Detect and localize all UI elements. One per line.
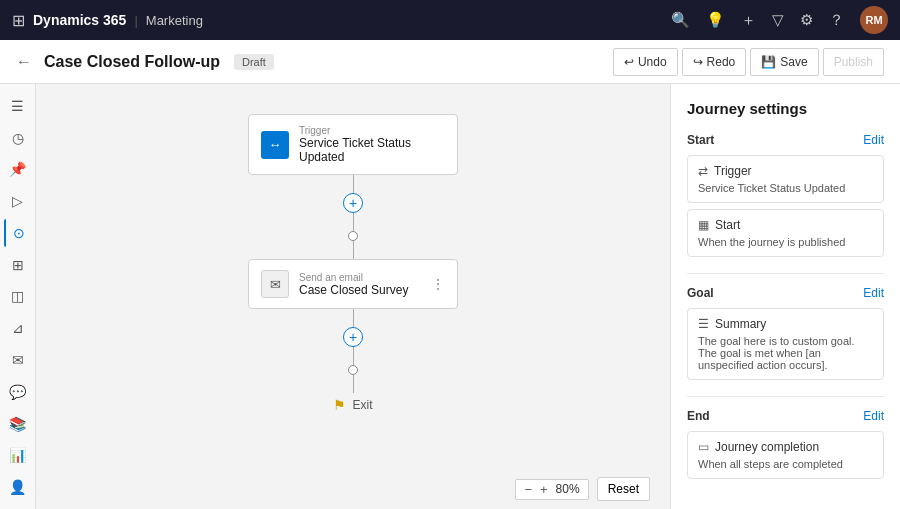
end-section-header: End Edit <box>687 409 884 423</box>
end-section: End Edit ▭ Journey completion When all s… <box>687 409 884 479</box>
trigger-label: Trigger <box>299 125 445 136</box>
goal-card-text: The goal here is to custom goal. The goa… <box>698 335 873 371</box>
sidebar-item-play[interactable]: ▷ <box>4 187 32 215</box>
end-card: ▭ Journey completion When all steps are … <box>687 431 884 479</box>
sidebar-item-segment[interactable]: ⊞ <box>4 251 32 279</box>
start-section-title: Start <box>687 133 714 147</box>
publish-button[interactable]: Publish <box>823 48 884 76</box>
grid-icon[interactable]: ⊞ <box>12 11 25 30</box>
topnav: ⊞ Dynamics 365 | Marketing 🔍 💡 ＋ ▽ ⚙ ？ R… <box>0 0 900 40</box>
end-card-title: Journey completion <box>715 440 819 454</box>
zoom-value: 80% <box>556 482 580 496</box>
page-title: Case Closed Follow-up <box>44 53 220 71</box>
sidebar-item-chart[interactable]: 📊 <box>4 441 32 469</box>
topnav-right: 🔍 💡 ＋ ▽ ⚙ ？ RM <box>671 6 888 34</box>
sidebar-item-menu[interactable]: ☰ <box>4 92 32 120</box>
undo-button[interactable]: ↩ Undo <box>613 48 678 76</box>
leftsidebar: ☰ ◷ 📌 ▷ ⊙ ⊞ ◫ ⊿ ✉ 💬 📚 📊 👤 <box>0 84 36 509</box>
brand: ⊞ Dynamics 365 | Marketing <box>12 11 203 30</box>
undo-icon: ↩ <box>624 55 634 69</box>
email-title: Case Closed Survey <box>299 283 421 297</box>
toolbar: ← Case Closed Follow-up Draft ↩ Undo ↪ R… <box>0 40 900 84</box>
start-card-text: When the journey is published <box>698 236 873 248</box>
trigger-icon: ↔ <box>261 131 289 159</box>
trigger-card: ⇄ Trigger Service Ticket Status Updated <box>687 155 884 203</box>
end-edit-button[interactable]: Edit <box>863 409 884 423</box>
email-label: Send an email <box>299 272 421 283</box>
right-panel: Journey settings Start Edit ⇄ Trigger Se… <box>670 84 900 509</box>
start-card: ▦ Start When the journey is published <box>687 209 884 257</box>
goal-card: ☰ Summary The goal here is to custom goa… <box>687 308 884 380</box>
save-button[interactable]: 💾 Save <box>750 48 818 76</box>
connector-line-1 <box>353 175 354 193</box>
exit-node: ⚑ Exit <box>333 397 372 413</box>
trigger-card-text: Service Ticket Status Updated <box>698 182 873 194</box>
journey-canvas: ↔ Trigger Service Ticket Status Updated … <box>36 84 670 469</box>
redo-button[interactable]: ↪ Redo <box>682 48 747 76</box>
plus-icon[interactable]: ＋ <box>741 11 756 30</box>
add-step-button-1[interactable]: + <box>343 193 363 213</box>
sidebar-item-pin[interactable]: 📌 <box>4 156 32 184</box>
search-icon[interactable]: 🔍 <box>671 11 690 29</box>
sidebar-item-audience[interactable]: ⊿ <box>4 314 32 342</box>
connector-line-1c <box>353 241 354 259</box>
trigger-card-icon: ⇄ <box>698 164 708 178</box>
add-step-button-2[interactable]: + <box>343 327 363 347</box>
sidebar-item-email[interactable]: ✉ <box>4 346 32 374</box>
goal-section: Goal Edit ☰ Summary The goal here is to … <box>687 286 884 380</box>
divider-2 <box>687 396 884 397</box>
email-node[interactable]: ✉ Send an email Case Closed Survey ⋮ <box>248 259 458 309</box>
bell-icon[interactable]: 💡 <box>706 11 725 29</box>
sidebar-item-clock[interactable]: ◷ <box>4 124 32 152</box>
zoom-in-button[interactable]: + <box>540 482 548 497</box>
email-icon: ✉ <box>261 270 289 298</box>
zoom-bar: − + 80% Reset <box>36 469 670 509</box>
email-node-menu[interactable]: ⋮ <box>431 276 445 292</box>
start-section: Start Edit ⇄ Trigger Service Ticket Stat… <box>687 133 884 257</box>
exit-icon: ⚑ <box>333 397 346 413</box>
reset-button[interactable]: Reset <box>597 477 650 501</box>
connector-line-2b <box>353 347 354 365</box>
sidebar-item-book[interactable]: 📚 <box>4 410 32 438</box>
settings-icon[interactable]: ⚙ <box>800 11 813 29</box>
sidebar-item-chat[interactable]: 💬 <box>4 378 32 406</box>
goal-section-header: Goal Edit <box>687 286 884 300</box>
connector-circle-1 <box>348 231 358 241</box>
end-section-title: End <box>687 409 710 423</box>
start-card-title: Start <box>715 218 740 232</box>
sidebar-item-journey[interactable]: ⊙ <box>4 219 32 247</box>
sidebar-item-person[interactable]: 👤 <box>4 473 32 501</box>
goal-card-icon: ☰ <box>698 317 709 331</box>
trigger-node[interactable]: ↔ Trigger Service Ticket Status Updated <box>248 114 458 175</box>
exit-label: Exit <box>352 398 372 412</box>
sidebar-item-event[interactable]: ◫ <box>4 283 32 311</box>
start-section-header: Start Edit <box>687 133 884 147</box>
connector-circle-2 <box>348 365 358 375</box>
trigger-title: Service Ticket Status Updated <box>299 136 445 164</box>
connector-1: + <box>343 175 363 259</box>
connector-2: + <box>343 309 363 393</box>
goal-edit-button[interactable]: Edit <box>863 286 884 300</box>
trigger-card-title: Trigger <box>714 164 752 178</box>
divider-1 <box>687 273 884 274</box>
zoom-out-button[interactable]: − <box>524 482 532 497</box>
start-card-icon: ▦ <box>698 218 709 232</box>
back-button[interactable]: ← <box>16 53 32 71</box>
toolbar-actions: ↩ Undo ↪ Redo 💾 Save Publish <box>613 48 884 76</box>
main-layout: ☰ ◷ 📌 ▷ ⊙ ⊞ ◫ ⊿ ✉ 💬 📚 📊 👤 ↔ Trigger Serv… <box>0 84 900 509</box>
canvas-area: ↔ Trigger Service Ticket Status Updated … <box>36 84 670 509</box>
start-edit-button[interactable]: Edit <box>863 133 884 147</box>
filter-icon[interactable]: ▽ <box>772 11 784 29</box>
goal-card-title: Summary <box>715 317 766 331</box>
end-card-icon: ▭ <box>698 440 709 454</box>
panel-title: Journey settings <box>687 100 884 117</box>
zoom-controls: − + 80% <box>515 479 588 500</box>
connector-line-2c <box>353 375 354 393</box>
help-icon[interactable]: ？ <box>829 11 844 30</box>
goal-section-title: Goal <box>687 286 714 300</box>
end-card-text: When all steps are completed <box>698 458 873 470</box>
save-icon: 💾 <box>761 55 776 69</box>
avatar[interactable]: RM <box>860 6 888 34</box>
connector-line-1b <box>353 213 354 231</box>
app-name: Dynamics 365 <box>33 12 126 28</box>
